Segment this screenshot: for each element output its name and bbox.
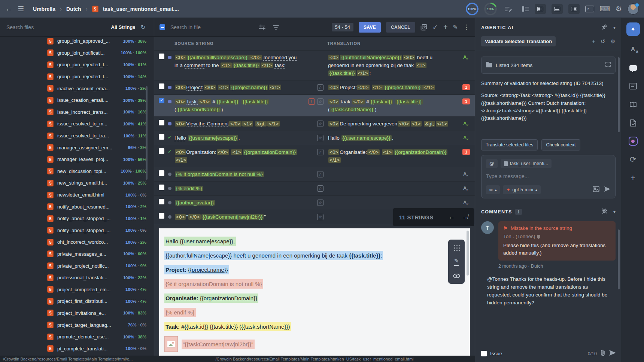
strings-filter-dropdown[interactable]: All Strings <box>111 24 136 30</box>
file-item[interactable]: 5group_join_approved_...100%·38% <box>0 35 154 47</box>
left-panel-layout-icon[interactable] <box>535 4 546 14</box>
tab-validate-translation[interactable]: Validate Selected Translation <box>481 36 556 46</box>
tm-suggestion-icon[interactable]: ☆ <box>317 84 323 91</box>
file-item[interactable]: 5oht_incorrect_wordco...100%·2% <box>0 236 154 248</box>
tm-suggestion-icon[interactable]: ☆ <box>317 135 323 141</box>
notes-edit-icon[interactable] <box>505 6 512 12</box>
send-comment-icon[interactable] <box>609 350 616 358</box>
filter-icon[interactable] <box>273 25 279 30</box>
string-row[interactable]: <0>Project:</0> <1>{{project.name}}</1>☆… <box>154 80 475 95</box>
file-item[interactable]: 5notify_about_resumed...100%·2% <box>0 201 154 213</box>
string-row[interactable]: ✓<0>Organization:</0> <1>{{organizationD… <box>154 145 475 167</box>
bottom-panel-layout-icon[interactable] <box>552 4 563 14</box>
file-item[interactable]: 5newsletter_email.html100%·0% <box>0 189 154 201</box>
agentic-ai-icon[interactable]: ✦ <box>626 22 640 36</box>
tm-suggestion-icon[interactable]: ☆ <box>317 185 323 192</box>
breadcrumb-file[interactable]: task_user_mentioned_email.... <box>103 6 179 12</box>
select-all-checkbox[interactable] <box>160 24 165 30</box>
comments-chevron-icon[interactable]: ▾ <box>613 209 616 215</box>
side-list-layout-icon[interactable] <box>522 6 529 12</box>
menu-icon[interactable]: ☰ <box>18 5 24 12</box>
cancel-button[interactable]: CANCEL <box>386 22 415 33</box>
terminal-icon[interactable]: >_ <box>585 6 594 12</box>
row-checkbox[interactable] <box>159 134 164 140</box>
source-issue-icon[interactable]: ! <box>309 98 315 105</box>
right-panel-layout-icon[interactable] <box>568 4 580 14</box>
machine-translation-icon[interactable]: Aa <box>628 45 638 54</box>
previous-string-icon[interactable]: ← <box>449 213 455 221</box>
row-checkbox[interactable] <box>159 54 164 59</box>
file-item[interactable]: 5new_discussion_topi...100%·100% <box>0 165 154 177</box>
file-item[interactable]: 5new_strings_email.ht...100%·25% <box>0 177 154 189</box>
qa-issues-badge[interactable]: 1 <box>462 98 470 104</box>
tm-suggestion-icon[interactable]: ☆ <box>317 149 323 155</box>
back-icon[interactable]: ← <box>5 5 12 12</box>
context-panel-icon[interactable] <box>628 81 638 91</box>
tm-suggestion-icon[interactable]: ☆ <box>317 171 323 177</box>
file-item[interactable]: 5pt_complete_translati...100%·0% <box>0 343 154 355</box>
add-prompt-icon[interactable]: + <box>592 38 595 45</box>
glossary-book-icon[interactable] <box>628 100 638 109</box>
ai-message-input[interactable] <box>486 173 611 179</box>
model-dropdown[interactable]: ✦ gpt-5-mini ▴ <box>503 185 540 194</box>
approved-progress-ring[interactable]: 19% <box>484 3 497 15</box>
sidebar-scrollbar[interactable] <box>146 86 148 180</box>
row-checkbox[interactable]: ✓ <box>159 98 164 103</box>
row-checkbox[interactable] <box>159 170 164 176</box>
insert-image-icon[interactable] <box>593 186 599 194</box>
issue-checkbox[interactable] <box>481 351 487 356</box>
row-checkbox[interactable] <box>159 120 164 125</box>
file-item[interactable]: 5manager_leaves_proj...100%·56% <box>0 153 154 165</box>
translate-selected-files-button[interactable]: Translate selected files <box>481 139 538 150</box>
string-row[interactable]: <0>{{author.fullName|escape}}</0> mentio… <box>154 51 475 80</box>
row-checkbox[interactable] <box>159 83 164 89</box>
file-item[interactable]: 5project_invitations_e...100%·83% <box>0 307 154 319</box>
comment-card[interactable]: ⚑ Mistake in the source string Ton . (To… <box>498 221 616 261</box>
edit-preview-icon[interactable]: ✎ <box>450 256 462 267</box>
file-item[interactable]: 5notify_about_stopped_...100%·1% <box>0 213 154 225</box>
comment-author[interactable]: Ton . <box>503 234 514 239</box>
string-row[interactable]: {% if organizationDomain is not null %}☆… <box>154 167 475 182</box>
row-checkbox[interactable] <box>159 148 164 154</box>
translated-progress-ring[interactable]: 100% <box>466 3 479 15</box>
file-item[interactable]: 5private_messages_e...100%·60% <box>0 248 154 260</box>
add-string-icon[interactable]: + <box>443 23 448 31</box>
string-row[interactable]: ✓<0>Task:</0> #{{task.id}} {{task.title}… <box>154 95 475 117</box>
file-item[interactable]: 5promote_demote_use...100%·38% <box>0 331 154 343</box>
panel-scrollbar[interactable] <box>618 57 620 132</box>
approve-check-icon[interactable]: ✓ <box>432 23 438 31</box>
context-mode-dropdown[interactable]: ∞ ▴ <box>486 185 500 194</box>
tm-suggestion-icon[interactable]: ☆ <box>317 214 323 220</box>
row-checkbox[interactable] <box>159 185 164 190</box>
file-item[interactable]: 5issue_creation_email....100%·39% <box>0 94 154 106</box>
file-item[interactable]: 5project_first_distributi...100%·4% <box>0 295 154 307</box>
drag-handle-icon[interactable] <box>450 242 462 253</box>
ai-prompt-icon[interactable] <box>628 136 638 146</box>
row-checkbox[interactable] <box>159 199 164 204</box>
search-files-input[interactable] <box>6 24 70 30</box>
check-context-button[interactable]: Check context <box>541 139 580 150</box>
string-row[interactable]: <0>View the Comment</0><1> &gt;</1>☆<0>D… <box>154 117 475 131</box>
history-icon[interactable]: ↺ <box>601 38 605 45</box>
string-row[interactable]: ✓Hello {{user.name|escape}},☆Hallo {{use… <box>154 131 475 145</box>
tm-suggestion-icon[interactable]: ☆ <box>317 121 323 127</box>
breadcrumb-project[interactable]: Umbrella <box>33 6 55 12</box>
file-item[interactable]: 5issue_resolved_to_tra...100%·11% <box>0 130 154 142</box>
collapse-chevron-icon[interactable]: ▾ <box>613 25 616 30</box>
qa-issues-badge[interactable]: 1 <box>462 84 470 90</box>
attach-file-icon[interactable] <box>600 350 605 358</box>
file-item[interactable]: 5group_join_rejected_t...100%·61% <box>0 59 154 71</box>
tm-suggestion-icon[interactable]: ☆ <box>317 98 323 105</box>
preview-scrollbar[interactable] <box>467 231 469 276</box>
file-item[interactable]: 5notify_about_stopped_...100%·0% <box>0 225 154 237</box>
string-row[interactable]: {% endif %}☆A✓ <box>154 182 475 196</box>
file-tasks-icon[interactable] <box>628 118 638 128</box>
save-button[interactable]: SAVE <box>359 22 381 33</box>
unpin-icon[interactable] <box>602 208 607 215</box>
settings-gear-icon[interactable]: ⚙ <box>616 5 622 12</box>
row-checkbox[interactable] <box>159 213 164 219</box>
file-item[interactable]: 5group_join_rejected_t...100%·14% <box>0 71 154 83</box>
refresh-icon[interactable]: ↻ <box>141 24 146 31</box>
file-item[interactable]: 5issue_incorrect_trans...100%·16% <box>0 106 154 118</box>
comment-reply-draft[interactable]: @Tonnes Thanks for the heads-up. Before … <box>487 276 610 307</box>
